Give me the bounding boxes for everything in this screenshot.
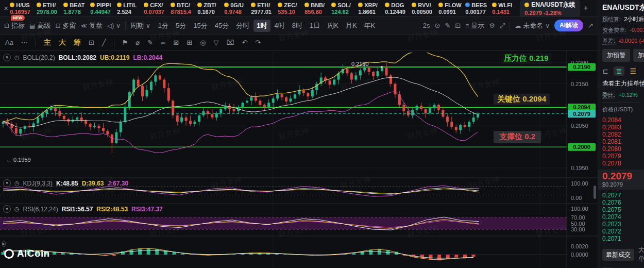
- bid-row[interactable]: 0.2075: [602, 206, 644, 213]
- timeframe-15分[interactable]: 15分: [190, 20, 210, 32]
- axis-scrollbar[interactable]: [594, 186, 596, 199]
- trash-icon[interactable]: ⌧: [226, 39, 234, 46]
- timeframe-年K[interactable]: 年K: [361, 20, 379, 32]
- window-tool-icon[interactable]: ⊡: [89, 39, 94, 46]
- ticker-item[interactable]: H/US0.16957: [10, 2, 37, 15]
- timeframe-5分[interactable]: 5分: [173, 20, 189, 32]
- draw-icon[interactable]: ✎: [445, 22, 450, 29]
- tab-latest-trades[interactable]: 最新成交: [602, 249, 634, 261]
- bid-row[interactable]: 0.2072: [602, 228, 644, 235]
- form-icon[interactable]: ⊞: [187, 39, 192, 46]
- ai-analysis-button[interactable]: AI解读: [554, 20, 583, 31]
- ticker-item[interactable]: BEES0.00177: [465, 2, 492, 15]
- advanced-button[interactable]: ▤ 高级: [29, 21, 50, 30]
- orderbook-icon[interactable]: ⊏: [602, 67, 608, 75]
- bid-row[interactable]: 0.2076: [602, 199, 644, 206]
- refresh-rate[interactable]: 2s: [423, 22, 430, 29]
- ticker-item[interactable]: DOG0.12449: [385, 2, 412, 15]
- ticker-item[interactable]: BNB/856.80: [304, 2, 331, 15]
- sound-button[interactable]: ◁) ∨: [107, 22, 121, 29]
- camera-icon[interactable]: ⊙: [435, 22, 440, 29]
- binoculars-icon[interactable]: ∞: [161, 39, 165, 46]
- ticker-item[interactable]: CFX/0.07037: [144, 2, 171, 15]
- main-chart-tool[interactable]: 主: [44, 38, 51, 47]
- undo-icon[interactable]: ↶: [242, 39, 247, 46]
- main-orders-link[interactable]: 查看主力挂单情况: [602, 79, 644, 88]
- chart-area[interactable]: 0.22000.21500.20500.1950100.000.00100.00…: [0, 51, 598, 268]
- collapse-icon[interactable]: ▾: [3, 54, 11, 61]
- timeframe-1分[interactable]: 1分: [155, 20, 172, 32]
- frame-icon[interactable]: ⊡: [455, 22, 461, 29]
- active-symbol-tab[interactable]: ENA/USDT永续 0.2079 -1.28%: [520, 0, 580, 18]
- ask-row[interactable]: 0.2079: [602, 153, 644, 160]
- bid-row[interactable]: 0.2073: [602, 221, 644, 228]
- replay-button[interactable]: ≪ 复盘: [80, 21, 103, 30]
- redo-icon[interactable]: ↷: [255, 39, 261, 46]
- timeframe-分时[interactable]: 分时: [233, 20, 252, 32]
- filter-icon[interactable]: ▽: [213, 39, 218, 46]
- large-chart-tool[interactable]: 大: [59, 38, 66, 47]
- gear-icon[interactable]: ⚙: [489, 22, 495, 29]
- timeframe-1时[interactable]: 1时: [253, 20, 270, 32]
- ask-row[interactable]: 0.2081: [602, 138, 644, 145]
- ticker-item[interactable]: ETH/2978.00: [37, 2, 63, 15]
- more-tools[interactable]: ⋯: [21, 39, 28, 46]
- add-alert-button[interactable]: 加预警: [602, 49, 630, 62]
- ticker-item[interactable]: BTC/87815.4: [171, 2, 197, 15]
- ticker-item[interactable]: BEAT1.8778: [63, 2, 90, 15]
- ruler-icon[interactable]: ⌀: [135, 39, 140, 46]
- add-watchlist-button[interactable]: 加自选: [633, 49, 644, 62]
- add-symbol-button[interactable]: +: [584, 4, 588, 13]
- chips-tool[interactable]: 筹: [74, 38, 81, 47]
- trades-list-icon[interactable]: ☰: [630, 67, 636, 75]
- timeframe-月K[interactable]: 月K: [343, 20, 360, 32]
- ticker-item[interactable]: 0G/U0.9748: [224, 2, 251, 15]
- pin-icon[interactable]: ✕: [4, 5, 8, 12]
- ticker-item[interactable]: SOL/124.62: [331, 2, 358, 15]
- display-button[interactable]: ≡ 显示: [465, 21, 484, 30]
- collapse-icon[interactable]: ▾: [3, 205, 11, 213]
- fullscreen-icon[interactable]: ⤢: [500, 22, 505, 30]
- ask-row[interactable]: 0.2084: [602, 116, 644, 124]
- alert-icon[interactable]: ◷: [14, 54, 20, 61]
- tab-big-orders[interactable]: 大单: [638, 246, 644, 263]
- bid-row[interactable]: 0.2077: [602, 192, 644, 199]
- bid-row[interactable]: 0.2074: [602, 213, 644, 221]
- share-icon[interactable]: ↗: [588, 22, 594, 29]
- timeframe-8时[interactable]: 8时: [289, 20, 306, 32]
- ticker-item[interactable]: PIPPI0.44947: [90, 2, 117, 15]
- timeframe-周K[interactable]: 周K: [324, 20, 342, 32]
- ask-row[interactable]: 0.2078: [602, 160, 644, 167]
- alert-icon[interactable]: ◷: [14, 180, 20, 187]
- ticker-item[interactable]: ZEC/535.10: [278, 2, 304, 15]
- indicators-button[interactable]: ⊡ 指标 NEW: [4, 21, 25, 30]
- flag-icon[interactable]: ⚑: [122, 39, 128, 46]
- chart-canvas[interactable]: 0.22000.21500.20500.1950100.000.00100.00…: [0, 51, 598, 268]
- ticker-item[interactable]: LIT/L2.524: [117, 2, 144, 15]
- multiwindow-button[interactable]: ⊟ 多窗: [55, 21, 76, 30]
- ticker-item[interactable]: FLOW0.0991: [438, 2, 465, 15]
- timeframe-4时[interactable]: 4时: [272, 20, 288, 32]
- macd-collapse[interactable]: ▸: [2, 238, 6, 247]
- ticker-item[interactable]: ZBT/0.1670: [197, 2, 224, 15]
- ask-row[interactable]: 0.2083: [602, 124, 644, 131]
- ask-row[interactable]: 0.2082: [602, 131, 644, 138]
- tag-icon[interactable]: ◎: [200, 39, 206, 46]
- brush-icon[interactable]: ✎: [147, 39, 153, 46]
- bid-row[interactable]: 0.2071: [602, 235, 644, 242]
- ticker-item[interactable]: ETH/2977.01: [251, 2, 278, 15]
- timeframe-1日[interactable]: 1日: [307, 20, 323, 32]
- ticker-item[interactable]: RVV/0.00500: [412, 2, 438, 15]
- timeframe-45分[interactable]: 45分: [212, 20, 232, 32]
- line-tool-icon[interactable]: ╱: [102, 39, 106, 46]
- layout-dropdown[interactable]: ☁ 未命名 ∨: [515, 21, 550, 30]
- alert-icon[interactable]: ◷: [14, 206, 20, 212]
- depth-icon[interactable]: ≣: [614, 66, 625, 76]
- period-dropdown[interactable]: 周期 ∨: [130, 21, 150, 30]
- lock-icon[interactable]: ⊠: [173, 39, 179, 46]
- ticker-item[interactable]: WLFI0.1431: [492, 2, 519, 15]
- collapse-icon[interactable]: ▾: [3, 179, 11, 187]
- ticker-item[interactable]: XRP/1.8661: [358, 2, 385, 15]
- ask-row[interactable]: 0.2080: [602, 145, 644, 153]
- text-tool[interactable]: Aa: [5, 39, 13, 46]
